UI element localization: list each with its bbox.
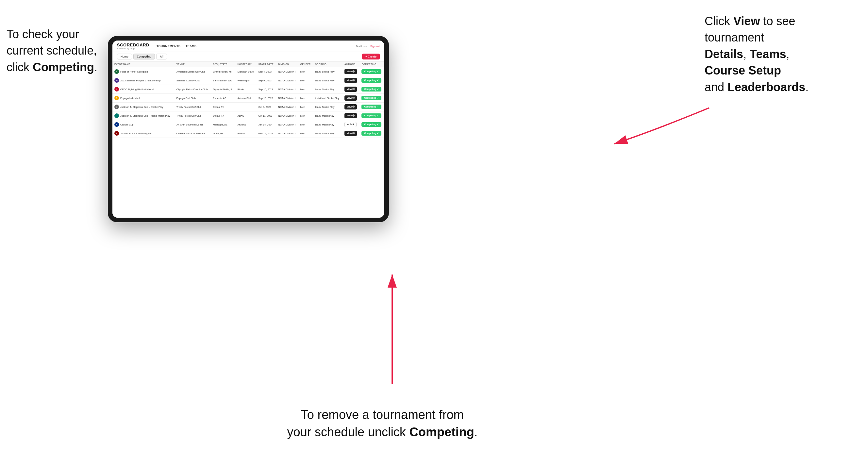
actions-cell: View ⓘ [342, 85, 360, 94]
start-date-cell: Sep 15, 2023 [256, 85, 277, 94]
tournaments-table: EVENT NAME VENUE CITY, STATE HOSTED BY S… [113, 61, 384, 138]
view-button[interactable]: View ⓘ [344, 69, 357, 74]
view-button[interactable]: View ⓘ [344, 95, 357, 101]
venue-cell: Ocean Course At Hokuala [175, 129, 211, 138]
team-logo: F [114, 69, 119, 74]
scoreboard-brand: SCOREBOARD Powered by clippi [117, 42, 149, 50]
powered-by-text: Powered by clippi [117, 48, 149, 50]
competing-cell: Competing ✓ [360, 120, 384, 129]
user-name: Test User [356, 45, 367, 48]
view-button[interactable]: View ⓘ [344, 113, 357, 118]
gender-cell: Men [299, 67, 313, 76]
gender-cell: Men [299, 85, 313, 94]
tab-all[interactable]: All [156, 54, 167, 60]
col-venue: VENUE [175, 61, 211, 67]
start-date-cell: Oct 11, 2023 [256, 112, 277, 120]
view-button[interactable]: View ⓘ [344, 87, 357, 92]
division-cell: NCAA Division I [276, 103, 299, 112]
competing-button[interactable]: Competing ✓ [362, 87, 381, 92]
city-state-cell: Maricopa, AZ [211, 120, 235, 129]
venue-cell: Ak-Chin Southern Dunes [175, 120, 211, 129]
view-button[interactable]: View ⓘ [344, 131, 357, 136]
actions-cell: View ⓘ [342, 67, 360, 76]
start-date-cell: Sep 4, 2023 [256, 67, 277, 76]
competing-button[interactable]: Competing ✓ [362, 114, 381, 118]
table-row: P Papago Individual Papago Golf ClubPhoe… [113, 94, 384, 103]
tablet-frame: SCOREBOARD Powered by clippi TOURNAMENTS… [108, 36, 389, 222]
table-body: F Folds of Honor Collegiate American Dun… [113, 67, 384, 138]
competing-button[interactable]: Competing ✓ [362, 104, 381, 109]
venue-cell: Trinity Forest Golf Club [175, 103, 211, 112]
actions-cell: ✏ Edit [342, 120, 360, 129]
hosted-by-cell [235, 103, 256, 112]
start-date-cell: Oct 9, 2023 [256, 103, 277, 112]
scoring-cell: team, Match Play [313, 112, 342, 120]
team-logo: J [114, 104, 119, 109]
competing-button[interactable]: Competing ✓ [362, 96, 381, 100]
city-state-cell: Sammamish, WA [211, 76, 235, 85]
table-row: J Jackson T. Stephens Cup – Stroke Play … [113, 103, 384, 112]
table-row: H John A. Burns Intercollegiate Ocean Co… [113, 129, 384, 138]
annotation-top-right: Click View to see tournament Details, Te… [705, 13, 862, 95]
gender-cell: Men [299, 112, 313, 120]
table-row: I OFCC Fighting Illini Invitational Olym… [113, 85, 384, 94]
create-button[interactable]: + Create [362, 54, 380, 60]
tab-home[interactable]: Home [117, 54, 132, 60]
event-name-cell: J Jackson T. Stephens Cup – Men's Match … [113, 112, 175, 120]
division-cell: NCAA Division I [276, 120, 299, 129]
table-header-row: EVENT NAME VENUE CITY, STATE HOSTED BY S… [113, 61, 384, 67]
tab-competing[interactable]: Competing [133, 54, 155, 60]
team-logo: W [114, 78, 119, 83]
competing-button[interactable]: Competing ✓ [362, 78, 381, 83]
scoring-cell: team, Stroke Play [313, 103, 342, 112]
team-logo: P [114, 96, 119, 100]
view-button[interactable]: View ⓘ [344, 104, 357, 110]
nav-left-group: SCOREBOARD Powered by clippi TOURNAMENTS… [117, 42, 196, 50]
actions-cell: View ⓘ [342, 129, 360, 138]
gender-cell: Men [299, 129, 313, 138]
annotation-bottom: To remove a tournament from your schedul… [268, 406, 497, 441]
city-state-cell: Grand Haven, MI [211, 67, 235, 76]
col-city-state: CITY, STATE [211, 61, 235, 67]
event-name-cell: H John A. Burns Intercollegiate [113, 129, 175, 138]
division-cell: NCAA Division I [276, 129, 299, 138]
event-name-cell: J Jackson T. Stephens Cup – Stroke Play [113, 103, 175, 112]
nav-teams[interactable]: TEAMS [186, 44, 196, 48]
edit-button[interactable]: ✏ Edit [344, 122, 356, 127]
sign-out-link[interactable]: Sign out [370, 45, 380, 48]
view-button[interactable]: View ⓘ [344, 78, 357, 83]
hosted-by-cell: Arizona State [235, 94, 256, 103]
nav-links: TOURNAMENTS TEAMS [157, 44, 196, 48]
event-name-cell: A Copper Cup [113, 120, 175, 129]
table-container[interactable]: EVENT NAME VENUE CITY, STATE HOSTED BY S… [113, 61, 384, 218]
event-name: Copper Cup [120, 123, 133, 126]
gender-cell: Men [299, 76, 313, 85]
team-logo: J [114, 114, 119, 118]
city-state-cell: Lihue, HI [211, 129, 235, 138]
team-logo: H [114, 131, 119, 136]
table-row: J Jackson T. Stephens Cup – Men's Match … [113, 112, 384, 120]
competing-button[interactable]: Competing ✓ [362, 131, 381, 136]
col-hosted-by: HOSTED BY [235, 61, 256, 67]
team-logo: A [114, 122, 119, 127]
gender-cell: Men [299, 94, 313, 103]
event-name: Folds of Honor Collegiate [120, 70, 148, 73]
start-date-cell: Sep 9, 2023 [256, 76, 277, 85]
nav-tournaments[interactable]: TOURNAMENTS [157, 44, 180, 48]
competing-cell: Competing ✓ [360, 94, 384, 103]
actions-cell: View ⓘ [342, 94, 360, 103]
start-date-cell: Feb 15, 2024 [256, 129, 277, 138]
filter-tabs: Home Competing All [117, 54, 167, 60]
event-name: Papago Individual [120, 97, 140, 100]
scoring-cell: individual, Stroke Play [313, 94, 342, 103]
event-name: Jackson T. Stephens Cup – Stroke Play [120, 105, 163, 108]
start-date-cell: Sep 18, 2023 [256, 94, 277, 103]
division-cell: NCAA Division I [276, 112, 299, 120]
competing-button[interactable]: Competing ✓ [362, 122, 381, 127]
hosted-by-cell: Washington [235, 76, 256, 85]
city-state-cell: Phoenix, AZ [211, 94, 235, 103]
table-row: F Folds of Honor Collegiate American Dun… [113, 67, 384, 76]
competing-button[interactable]: Competing ✓ [362, 69, 381, 74]
competing-cell: Competing ✓ [360, 67, 384, 76]
col-competing: COMPETING [360, 61, 384, 67]
